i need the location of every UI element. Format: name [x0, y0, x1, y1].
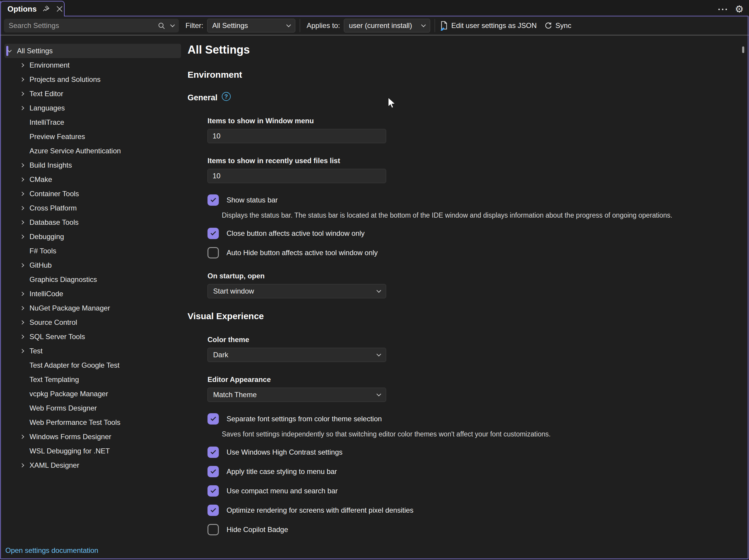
tab-title: Options — [7, 4, 37, 14]
pin-icon[interactable] — [41, 4, 50, 14]
chevron-right-icon[interactable] — [20, 263, 24, 267]
sidebar-item-vcpkg-package-manager[interactable]: vcpkg Package Manager — [4, 387, 181, 401]
chevron-right-icon[interactable] — [20, 92, 24, 96]
sidebar-item-web-performance-test-tools[interactable]: Web Performance Test Tools — [4, 415, 181, 430]
search-placeholder: Search Settings — [8, 21, 152, 30]
setting-label: Items to show in recently used files lis… — [208, 156, 747, 165]
sidebar-item-text-templating[interactable]: Text Templating — [4, 372, 181, 387]
sidebar-item-wsl-debugging-for-net[interactable]: WSL Debugging for .NET — [4, 444, 181, 458]
chevron-right-icon[interactable] — [20, 206, 24, 210]
chevron-right-icon[interactable] — [20, 306, 24, 310]
sidebar-item-windows-forms-designer[interactable]: Windows Forms Designer — [4, 430, 181, 444]
sidebar-item-all-settings[interactable]: All Settings — [4, 44, 181, 58]
gear-icon[interactable]: ⚙ — [735, 4, 744, 14]
settings-tree: All SettingsEnvironmentProjects and Solu… — [1, 36, 185, 559]
checkbox-checked[interactable] — [208, 194, 219, 206]
sidebar-item-preview-features[interactable]: Preview Features — [4, 130, 181, 144]
sidebar-item-label: Projects and Solutions — [29, 75, 101, 84]
sidebar-item-languages[interactable]: Languages — [4, 101, 181, 115]
sidebar-item-environment[interactable]: Environment — [4, 58, 181, 72]
checkbox-label: Show status bar — [227, 196, 278, 204]
chevron-right-icon[interactable] — [20, 335, 24, 339]
checkbox-unchecked[interactable] — [208, 524, 219, 535]
checkbox-unchecked[interactable] — [208, 247, 219, 258]
chevron-right-icon[interactable] — [20, 349, 24, 353]
sidebar-item-debugging[interactable]: Debugging — [4, 230, 181, 244]
sidebar-item-projects-and-solutions[interactable]: Projects and Solutions — [4, 72, 181, 87]
setting-checkbox-row-close-button-affects-active-tool-window-only: Close button affects active tool window … — [208, 228, 747, 239]
chevron-right-icon[interactable] — [20, 292, 24, 296]
close-icon[interactable] — [55, 4, 64, 14]
setting-select-color-theme[interactable]: Dark — [208, 348, 386, 362]
chevron-right-icon[interactable] — [20, 163, 24, 167]
checkbox-checked[interactable] — [208, 228, 219, 239]
sidebar-item-label: Graphics Diagnostics — [29, 275, 97, 284]
search-input[interactable]: Search Settings — [4, 19, 179, 33]
chevron-right-icon[interactable] — [20, 177, 24, 181]
sidebar-item-label: Test Adapter for Google Test — [29, 361, 120, 369]
setting-field-items-to-show-in-recently-used-files-list: Items to show in recently used files lis… — [208, 156, 747, 183]
chevron-right-icon[interactable] — [20, 463, 24, 468]
selected-value: Dark — [213, 351, 228, 359]
sidebar-item-sql-server-tools[interactable]: SQL Server Tools — [4, 329, 181, 344]
selected-value: Start window — [213, 287, 254, 295]
checkbox-checked[interactable] — [208, 413, 219, 425]
setting-input-items-to-show-in-recently-used-files-list[interactable] — [208, 169, 386, 183]
chevron-right-icon[interactable] — [20, 63, 24, 67]
more-options-icon[interactable] — [718, 4, 727, 14]
chevron-right-icon[interactable] — [20, 192, 24, 196]
sidebar-item-build-insights[interactable]: Build Insights — [4, 158, 181, 172]
sidebar-item-text-editor[interactable]: Text Editor — [4, 87, 181, 101]
setting-select-editor-appearance[interactable]: Match Theme — [208, 388, 386, 402]
setting-select-on-startup-open[interactable]: Start window — [208, 284, 386, 298]
sidebar-item-test-adapter-for-google-test[interactable]: Test Adapter for Google Test — [4, 358, 181, 372]
setting-description: Displays the status bar. The status bar … — [222, 211, 747, 220]
open-documentation-link[interactable]: Open settings documentation — [5, 546, 98, 555]
sidebar-item-database-tools[interactable]: Database Tools — [4, 215, 181, 230]
search-options-chevron-icon[interactable] — [170, 22, 175, 27]
mouse-cursor — [387, 97, 397, 109]
sidebar-item-nuget-package-manager[interactable]: NuGet Package Manager — [4, 301, 181, 315]
sidebar-item-graphics-diagnostics[interactable]: Graphics Diagnostics — [4, 273, 181, 287]
sidebar-item-cmake[interactable]: CMake — [4, 172, 181, 187]
sidebar-item-cross-platform[interactable]: Cross Platform — [4, 201, 181, 215]
edit-json-button[interactable]: Edit user settings as JSON — [439, 21, 537, 31]
setting-checkbox-row-separate-font-settings-from-color-theme-selection: Separate font settings from color theme … — [208, 413, 747, 425]
sidebar-item-intellicode[interactable]: IntelliCode — [4, 287, 181, 301]
tab-options[interactable]: Options — [0, 1, 65, 16]
sidebar-item-label: Languages — [29, 104, 65, 112]
chevron-right-icon[interactable] — [20, 320, 24, 324]
filter-select[interactable]: All Settings — [207, 19, 295, 33]
checkbox-checked[interactable] — [208, 466, 219, 477]
checkbox-checked[interactable] — [208, 504, 219, 516]
sidebar-item-label: WSL Debugging for .NET — [29, 447, 110, 455]
sidebar-item-github[interactable]: GitHub — [4, 258, 181, 273]
checkbox-label: Use compact menu and search bar — [227, 487, 338, 495]
sidebar-item-web-forms-designer[interactable]: Web Forms Designer — [4, 401, 181, 415]
chevron-right-icon[interactable] — [20, 235, 24, 239]
sidebar-item-label: Source Control — [29, 318, 77, 327]
settings-panel: All Settings EnvironmentGeneral?Items to… — [185, 36, 747, 559]
sidebar-item-label: vcpkg Package Manager — [29, 390, 108, 398]
chevron-down-icon — [377, 288, 381, 293]
applies-to-select[interactable]: user (current install) — [344, 19, 430, 33]
sidebar-item-intellitrace[interactable]: IntelliTrace — [4, 115, 181, 130]
chevron-right-icon[interactable] — [20, 435, 24, 439]
checkbox-checked[interactable] — [208, 447, 219, 458]
sidebar-item-f-tools[interactable]: F# Tools — [4, 244, 181, 258]
help-icon[interactable]: ? — [222, 92, 231, 101]
sidebar-item-container-tools[interactable]: Container Tools — [4, 187, 181, 201]
setting-input-items-to-show-in-window-menu[interactable] — [208, 129, 386, 143]
sidebar-item-azure-service-authentication[interactable]: Azure Service Authentication — [4, 144, 181, 158]
sidebar-item-xaml-designer[interactable]: XAML Designer — [4, 458, 181, 472]
chevron-right-icon[interactable] — [20, 78, 24, 82]
vertical-scrollbar-thumb[interactable] — [742, 46, 744, 53]
search-icon[interactable] — [157, 22, 166, 30]
chevron-right-icon[interactable] — [20, 106, 24, 110]
chevron-down-icon — [377, 351, 381, 357]
checkbox-checked[interactable] — [208, 485, 219, 497]
sidebar-item-test[interactable]: Test — [4, 344, 181, 358]
chevron-right-icon[interactable] — [20, 220, 24, 224]
sidebar-item-source-control[interactable]: Source Control — [4, 315, 181, 329]
sync-button[interactable]: Sync — [544, 21, 571, 30]
